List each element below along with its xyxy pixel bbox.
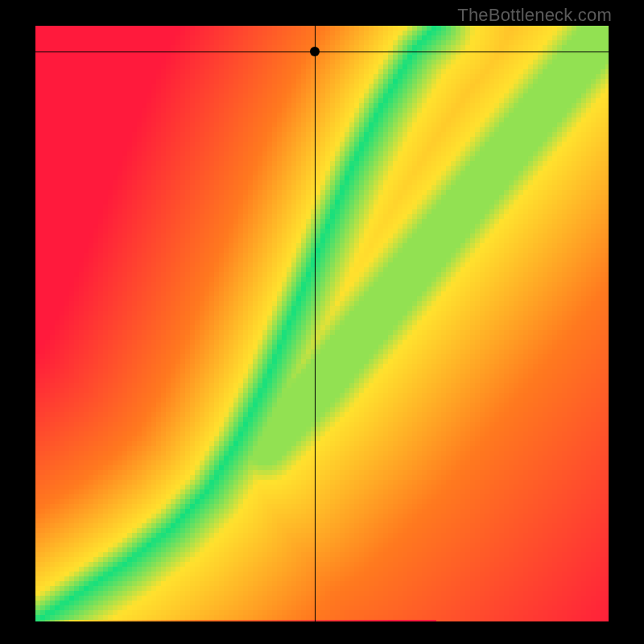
marker-dot [310,47,320,56]
crosshair-vertical [315,26,316,621]
chart-stage: TheBottleneck.com [0,0,644,644]
heatmap-canvas [35,26,609,621]
heatmap-plot [35,26,609,621]
crosshair-horizontal [35,52,609,52]
watermark-text: TheBottleneck.com [457,5,612,26]
